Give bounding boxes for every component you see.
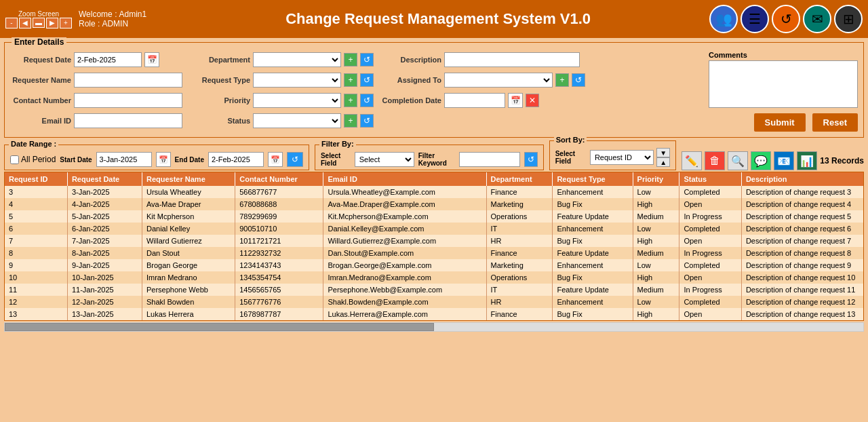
filter-field-select[interactable]: Select (355, 152, 414, 167)
completion-date-input[interactable] (444, 93, 505, 108)
request-date-calendar-button[interactable]: 📅 (144, 52, 159, 67)
table-cell: Kit Mcpherson (142, 210, 235, 223)
sort-field-label: Select Field (555, 150, 587, 165)
grid-icon-button[interactable]: ⊞ (834, 5, 863, 33)
table-cell: Dan.Stout@Example.com (323, 247, 486, 259)
request-type-refresh-button[interactable]: ↺ (360, 73, 374, 87)
list-icon-button[interactable]: ☰ (741, 5, 769, 33)
table-row[interactable]: 1414-Jan-2025Matt Bauer1790198798Matt.Ba… (5, 320, 864, 321)
table-cell: 1790198798 (235, 320, 323, 321)
col-description: Description (741, 172, 864, 186)
table-cell: Ursula.Wheatley@Example.com (323, 186, 486, 198)
table-row[interactable]: 1212-Jan-2025Shakl Bowden1567776776Shakl… (5, 296, 864, 308)
filter-go-button[interactable]: ↺ (524, 152, 537, 167)
scroll-track (5, 323, 863, 331)
description-input[interactable] (444, 52, 580, 67)
role-text: Role : ADMIN (79, 19, 128, 28)
message-icon-button[interactable]: ✉ (803, 5, 831, 33)
requester-name-input[interactable] (74, 73, 182, 88)
outlook-button[interactable]: 📧 (774, 151, 794, 170)
assigned-to-add-button[interactable]: + (555, 73, 569, 87)
completion-date-clear-button[interactable]: ✕ (526, 94, 539, 107)
table-cell: Feature Update (553, 284, 633, 296)
table-cell: Matt.Bauer@Example.com (323, 320, 486, 321)
assigned-to-select[interactable] (444, 73, 553, 88)
status-select[interactable] (253, 113, 341, 128)
zoom-next-button[interactable]: ▶ (46, 18, 58, 28)
refresh-icon-button[interactable]: ↺ (772, 5, 800, 33)
completion-date-calendar-button[interactable]: 📅 (508, 93, 523, 108)
sort-asc-button[interactable]: ▼ (656, 148, 670, 157)
table-cell: Description of change request 8 (741, 247, 864, 259)
sort-box: Sort By: Select Field Request ID ▼ ▲ (549, 140, 677, 170)
priority-select[interactable] (253, 93, 341, 108)
contact-number-input[interactable] (74, 93, 182, 108)
users-icon-button[interactable]: 👥 (709, 5, 738, 33)
zoom-minus-button[interactable]: - (5, 18, 18, 28)
end-date-input[interactable] (208, 152, 264, 167)
table-row[interactable]: 44-Jan-2025Ava-Mae Draper678088688Ava-Ma… (5, 198, 864, 210)
edit-button[interactable]: ✏️ (682, 151, 702, 170)
status-add-button[interactable]: + (344, 114, 357, 128)
scroll-thumb[interactable] (5, 323, 434, 331)
table-cell: High (633, 271, 679, 284)
data-table-container[interactable]: Request ID Request Date Requester Name C… (4, 172, 864, 321)
priority-label: Priority (189, 96, 250, 104)
excel-button[interactable]: 📊 (797, 151, 817, 170)
assigned-to-refresh-button[interactable]: ↺ (572, 73, 585, 87)
status-refresh-button[interactable]: ↺ (360, 114, 374, 128)
table-row[interactable]: 55-Jan-2025Kit Mcpherson789299699Kit.Mcp… (5, 210, 864, 223)
date-refresh-button[interactable]: ↺ (287, 152, 303, 167)
view-button[interactable]: 🔍 (728, 151, 748, 170)
zoom-plus-button[interactable]: + (60, 18, 72, 28)
table-row[interactable]: 88-Jan-2025Dan Stout1122932732Dan.Stout@… (5, 247, 864, 259)
table-cell: 1345354754 (235, 271, 323, 284)
table-row[interactable]: 1313-Jan-2025Lukas Herrera1678987787Luka… (5, 308, 864, 320)
table-cell: Imran.Medrano@Example.com (323, 271, 486, 284)
request-type-add-button[interactable]: + (344, 73, 357, 87)
sort-desc-button[interactable]: ▲ (656, 157, 670, 167)
department-add-button[interactable]: + (344, 53, 357, 66)
email-id-input[interactable] (74, 113, 182, 128)
table-row[interactable]: 77-Jan-2025Willard Gutierrez1011721721Wi… (5, 235, 864, 247)
table-cell: Operations (486, 210, 553, 223)
table-row[interactable]: 33-Jan-2025Ursula Wheatley566877677Ursul… (5, 186, 864, 198)
all-period-checkbox-label[interactable]: All Period (10, 155, 56, 164)
table-row[interactable]: 1010-Jan-2025Imran Medrano1345354754Imra… (5, 271, 864, 284)
table-row[interactable]: 99-Jan-2025Brogan George1234143743Brogan… (5, 259, 864, 271)
record-count: 13 Records (820, 156, 864, 166)
table-cell: 10 (5, 271, 67, 284)
table-cell: Enhancement (553, 259, 633, 271)
table-cell: High (633, 235, 679, 247)
table-cell: Feature Update (553, 210, 633, 223)
reset-button[interactable]: Reset (812, 113, 858, 132)
zoom-prev-button[interactable]: ◀ (19, 18, 31, 28)
table-row[interactable]: 66-Jan-2025Danial Kelley900510710Danial.… (5, 223, 864, 235)
table-cell: In Progress (679, 284, 741, 296)
comments-label: Comments (709, 51, 858, 59)
col-requester-name: Requester Name (142, 172, 235, 186)
table-cell: 13 (5, 308, 67, 320)
request-date-input[interactable] (74, 52, 142, 67)
priority-add-button[interactable]: + (344, 94, 357, 107)
table-row[interactable]: 1111-Jan-2025Persephone Webb1456565765Pe… (5, 284, 864, 296)
all-period-checkbox[interactable] (10, 155, 19, 164)
comments-textarea[interactable] (709, 60, 858, 108)
request-type-select[interactable] (253, 73, 341, 88)
department-select[interactable] (253, 52, 341, 67)
table-cell: Completed (679, 296, 741, 308)
whatsapp-button[interactable]: 💬 (751, 151, 771, 170)
department-refresh-button[interactable]: ↺ (360, 53, 374, 66)
start-date-calendar-button[interactable]: 📅 (156, 152, 171, 167)
delete-button[interactable]: 🗑 (705, 151, 725, 170)
table-cell: Open (679, 271, 741, 284)
priority-refresh-button[interactable]: ↺ (360, 94, 374, 107)
sort-field-select[interactable]: Request ID (590, 150, 654, 165)
submit-button[interactable]: Submit (754, 113, 806, 132)
start-date-input[interactable] (96, 152, 152, 167)
end-date-calendar-button[interactable]: 📅 (268, 152, 283, 167)
horizontal-scrollbar[interactable] (4, 322, 864, 332)
table-cell: 1011721721 (235, 235, 323, 247)
table-cell: Finance (486, 186, 553, 198)
filter-keyword-input[interactable] (459, 152, 520, 167)
